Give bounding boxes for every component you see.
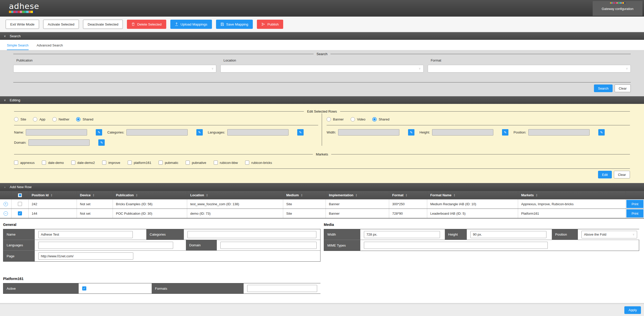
sort-icon[interactable]: ▲▼ — [355, 194, 357, 197]
media-mime-input[interactable] — [364, 242, 548, 249]
sort-icon[interactable]: ▲▼ — [136, 194, 138, 197]
languages-input[interactable] — [227, 129, 289, 136]
delete-selected-button[interactable]: Delete Selected — [127, 20, 166, 29]
general-domain-input[interactable] — [220, 242, 317, 249]
general-languages-input[interactable] — [38, 242, 173, 249]
platform161-active-checkbox[interactable] — [82, 286, 86, 290]
radio-banner[interactable]: Banner — [327, 117, 344, 121]
radio-video[interactable]: Video — [351, 117, 365, 121]
deactivate-selected-button[interactable]: Deactivate Selected — [83, 20, 123, 29]
position-pencil-button[interactable]: ✎ — [598, 129, 605, 136]
search-clear-button[interactable]: Clear — [615, 84, 631, 92]
column-header-position-id[interactable]: Position Id▲▼ — [29, 191, 77, 199]
apply-button[interactable]: Apply — [624, 306, 641, 314]
editing-clear-button[interactable]: Clear — [614, 171, 630, 178]
radio-site[interactable]: Site — [14, 117, 26, 121]
row-checkbox[interactable] — [18, 202, 22, 206]
sort-icon[interactable]: ▲▼ — [93, 194, 94, 197]
upload-mappings-button[interactable]: Upload Mappings — [170, 20, 212, 29]
market-pubnative[interactable]: pubnative — [186, 161, 206, 165]
domain-pencil-button[interactable]: ✎ — [98, 139, 105, 146]
sort-icon[interactable]: ▲▼ — [406, 194, 407, 197]
publish-button[interactable]: Publish — [257, 20, 283, 29]
checkbox-icon[interactable] — [186, 161, 190, 165]
save-mapping-button[interactable]: Save Mapping — [216, 20, 253, 29]
checkbox-icon[interactable] — [102, 161, 106, 165]
sort-icon[interactable]: ▲▼ — [206, 194, 208, 197]
edit-button[interactable]: Edit — [598, 171, 612, 178]
collapse-row-icon[interactable]: − — [4, 211, 8, 216]
market-rubicon-bbw[interactable]: rubicon-bbw — [214, 161, 238, 165]
add-new-row-section-header[interactable]: › Add New Row — [0, 183, 644, 191]
width-pencil-button[interactable]: ✎ — [408, 129, 414, 136]
expand-row-icon[interactable]: + — [4, 202, 8, 206]
checkbox-icon[interactable] — [159, 161, 163, 165]
table-row[interactable]: − 144 Not set POC Publication (ID: 30) d… — [0, 209, 644, 218]
column-header-format[interactable]: Format▲▼ — [389, 191, 427, 199]
column-header-format-name[interactable]: Format Name▲▼ — [427, 191, 518, 199]
activate-selected-button[interactable]: Activate Selected — [43, 20, 79, 29]
checkbox-icon[interactable] — [14, 161, 18, 165]
domain-input[interactable] — [28, 139, 90, 146]
general-page-input[interactable] — [38, 252, 133, 260]
categories-input[interactable] — [126, 129, 188, 136]
search-section-header[interactable]: ∨ Search — [0, 32, 644, 40]
publication-combobox[interactable]: ∨ — [13, 65, 216, 72]
editing-section-header[interactable]: ∨ Editing — [0, 96, 644, 104]
languages-pencil-button[interactable]: ✎ — [297, 129, 304, 136]
sort-icon[interactable]: ▲▼ — [536, 194, 538, 197]
print-button[interactable]: Print — [626, 200, 643, 208]
media-position-select[interactable]: Above the Fold ∨ — [581, 231, 637, 238]
search-button[interactable]: Search — [594, 84, 613, 92]
column-header-device[interactable]: Device▲▼ — [77, 191, 113, 199]
radio-shared-type[interactable]: Shared — [76, 117, 93, 121]
print-button[interactable]: Print — [626, 209, 643, 217]
search-tabs: Simple Search Advanced Search — [0, 40, 644, 50]
checkbox-icon[interactable] — [214, 161, 218, 165]
sort-icon[interactable]: ▲▼ — [454, 194, 455, 197]
market-dale-demo2[interactable]: dale-demo2 — [71, 161, 95, 165]
height-input[interactable] — [432, 129, 493, 136]
column-header-location[interactable]: Location▲▼ — [187, 191, 283, 199]
column-header-markets[interactable]: Markets▲▼ — [518, 191, 626, 199]
platform161-formats-input[interactable] — [247, 285, 317, 292]
market-appnexus[interactable]: appnexus — [14, 161, 34, 165]
market-platform161[interactable]: platform161 — [128, 161, 151, 165]
categories-pencil-button[interactable]: ✎ — [196, 129, 203, 136]
general-name-input[interactable] — [38, 231, 133, 238]
checkbox-icon[interactable] — [128, 161, 132, 165]
position-input[interactable] — [528, 129, 590, 136]
radio-neither-label: Neither — [59, 117, 69, 121]
sort-icon[interactable]: ▲▼ — [301, 194, 303, 197]
column-header-medium[interactable]: Medium▲▼ — [283, 191, 326, 199]
select-all-checkbox[interactable] — [18, 193, 22, 197]
radio-app[interactable]: App — [33, 117, 45, 121]
tab-advanced-search[interactable]: Advanced Search — [37, 43, 63, 50]
sort-icon[interactable]: ▲▼ — [51, 194, 52, 197]
checkbox-icon[interactable] — [71, 161, 75, 165]
market-dale-demo[interactable]: dale-demo — [42, 161, 64, 165]
width-input[interactable] — [338, 129, 399, 136]
height-pencil-button[interactable]: ✎ — [502, 129, 508, 136]
market-rubicon-bricks[interactable]: rubicon-bricks — [245, 161, 272, 165]
column-header-implementation[interactable]: Implementation▲▼ — [326, 191, 389, 199]
format-combobox[interactable]: ∨ — [428, 65, 631, 72]
market-pubmatic[interactable]: pubmatic — [159, 161, 178, 165]
exit-write-mode-button[interactable]: Exit Write Mode — [6, 20, 39, 29]
media-width-input[interactable] — [364, 231, 440, 238]
radio-shared-medium[interactable]: Shared — [372, 117, 389, 121]
location-combobox[interactable]: ∨ — [220, 65, 423, 72]
media-height-input[interactable] — [470, 231, 546, 238]
name-input[interactable] — [26, 129, 87, 136]
table-row[interactable]: + 242 Not set Bricks Examples (ID: 56) t… — [0, 199, 644, 209]
row-checkbox[interactable] — [18, 211, 22, 215]
tab-simple-search[interactable]: Simple Search — [7, 43, 29, 50]
market-improve[interactable]: improve — [102, 161, 120, 165]
radio-neither[interactable]: Neither — [52, 117, 69, 121]
checkbox-icon[interactable] — [245, 161, 249, 165]
checkbox-icon[interactable] — [42, 161, 46, 165]
column-header-publication[interactable]: Publication▲▼ — [113, 191, 187, 199]
name-pencil-button[interactable]: ✎ — [96, 129, 102, 136]
general-categories-input[interactable] — [187, 231, 316, 238]
gateway-configuration-panel[interactable]: Gateway configuration — [593, 1, 642, 16]
